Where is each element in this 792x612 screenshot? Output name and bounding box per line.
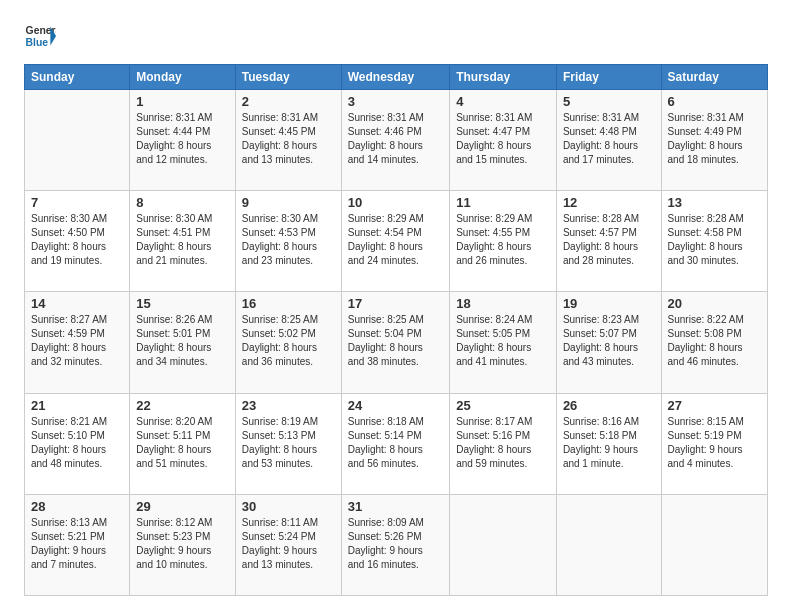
day-info: Sunrise: 8:25 AM Sunset: 5:02 PM Dayligh… <box>242 313 335 369</box>
day-info: Sunrise: 8:30 AM Sunset: 4:51 PM Dayligh… <box>136 212 229 268</box>
day-number: 18 <box>456 296 550 311</box>
day-info: Sunrise: 8:27 AM Sunset: 4:59 PM Dayligh… <box>31 313 123 369</box>
day-info: Sunrise: 8:18 AM Sunset: 5:14 PM Dayligh… <box>348 415 443 471</box>
day-number: 24 <box>348 398 443 413</box>
day-cell: 28Sunrise: 8:13 AM Sunset: 5:21 PM Dayli… <box>25 494 130 595</box>
day-cell: 13Sunrise: 8:28 AM Sunset: 4:58 PM Dayli… <box>661 191 767 292</box>
day-cell: 1Sunrise: 8:31 AM Sunset: 4:44 PM Daylig… <box>130 90 236 191</box>
day-info: Sunrise: 8:29 AM Sunset: 4:55 PM Dayligh… <box>456 212 550 268</box>
day-cell: 29Sunrise: 8:12 AM Sunset: 5:23 PM Dayli… <box>130 494 236 595</box>
week-row-5: 28Sunrise: 8:13 AM Sunset: 5:21 PM Dayli… <box>25 494 768 595</box>
day-info: Sunrise: 8:31 AM Sunset: 4:47 PM Dayligh… <box>456 111 550 167</box>
day-cell: 22Sunrise: 8:20 AM Sunset: 5:11 PM Dayli… <box>130 393 236 494</box>
day-cell: 20Sunrise: 8:22 AM Sunset: 5:08 PM Dayli… <box>661 292 767 393</box>
weekday-header-saturday: Saturday <box>661 65 767 90</box>
day-number: 25 <box>456 398 550 413</box>
weekday-header-row: SundayMondayTuesdayWednesdayThursdayFrid… <box>25 65 768 90</box>
day-number: 26 <box>563 398 655 413</box>
logo: General Blue <box>24 20 56 52</box>
day-info: Sunrise: 8:12 AM Sunset: 5:23 PM Dayligh… <box>136 516 229 572</box>
day-info: Sunrise: 8:22 AM Sunset: 5:08 PM Dayligh… <box>668 313 761 369</box>
day-info: Sunrise: 8:31 AM Sunset: 4:44 PM Dayligh… <box>136 111 229 167</box>
day-info: Sunrise: 8:30 AM Sunset: 4:53 PM Dayligh… <box>242 212 335 268</box>
week-row-1: 1Sunrise: 8:31 AM Sunset: 4:44 PM Daylig… <box>25 90 768 191</box>
day-number: 6 <box>668 94 761 109</box>
day-number: 2 <box>242 94 335 109</box>
day-cell <box>25 90 130 191</box>
day-cell: 18Sunrise: 8:24 AM Sunset: 5:05 PM Dayli… <box>450 292 557 393</box>
day-cell: 8Sunrise: 8:30 AM Sunset: 4:51 PM Daylig… <box>130 191 236 292</box>
day-number: 8 <box>136 195 229 210</box>
day-cell: 6Sunrise: 8:31 AM Sunset: 4:49 PM Daylig… <box>661 90 767 191</box>
day-cell: 9Sunrise: 8:30 AM Sunset: 4:53 PM Daylig… <box>235 191 341 292</box>
day-number: 28 <box>31 499 123 514</box>
day-cell: 14Sunrise: 8:27 AM Sunset: 4:59 PM Dayli… <box>25 292 130 393</box>
day-cell: 21Sunrise: 8:21 AM Sunset: 5:10 PM Dayli… <box>25 393 130 494</box>
day-number: 1 <box>136 94 229 109</box>
day-cell: 30Sunrise: 8:11 AM Sunset: 5:24 PM Dayli… <box>235 494 341 595</box>
day-cell: 19Sunrise: 8:23 AM Sunset: 5:07 PM Dayli… <box>556 292 661 393</box>
week-row-2: 7Sunrise: 8:30 AM Sunset: 4:50 PM Daylig… <box>25 191 768 292</box>
day-number: 17 <box>348 296 443 311</box>
day-cell: 12Sunrise: 8:28 AM Sunset: 4:57 PM Dayli… <box>556 191 661 292</box>
day-number: 16 <box>242 296 335 311</box>
week-row-3: 14Sunrise: 8:27 AM Sunset: 4:59 PM Dayli… <box>25 292 768 393</box>
weekday-header-monday: Monday <box>130 65 236 90</box>
day-info: Sunrise: 8:28 AM Sunset: 4:57 PM Dayligh… <box>563 212 655 268</box>
day-info: Sunrise: 8:25 AM Sunset: 5:04 PM Dayligh… <box>348 313 443 369</box>
day-number: 19 <box>563 296 655 311</box>
day-cell: 15Sunrise: 8:26 AM Sunset: 5:01 PM Dayli… <box>130 292 236 393</box>
weekday-header-thursday: Thursday <box>450 65 557 90</box>
day-cell: 11Sunrise: 8:29 AM Sunset: 4:55 PM Dayli… <box>450 191 557 292</box>
day-info: Sunrise: 8:31 AM Sunset: 4:49 PM Dayligh… <box>668 111 761 167</box>
day-cell: 27Sunrise: 8:15 AM Sunset: 5:19 PM Dayli… <box>661 393 767 494</box>
day-number: 23 <box>242 398 335 413</box>
day-number: 31 <box>348 499 443 514</box>
day-info: Sunrise: 8:19 AM Sunset: 5:13 PM Dayligh… <box>242 415 335 471</box>
day-number: 21 <box>31 398 123 413</box>
day-info: Sunrise: 8:31 AM Sunset: 4:46 PM Dayligh… <box>348 111 443 167</box>
day-cell <box>556 494 661 595</box>
day-info: Sunrise: 8:30 AM Sunset: 4:50 PM Dayligh… <box>31 212 123 268</box>
day-info: Sunrise: 8:28 AM Sunset: 4:58 PM Dayligh… <box>668 212 761 268</box>
day-cell: 24Sunrise: 8:18 AM Sunset: 5:14 PM Dayli… <box>341 393 449 494</box>
day-info: Sunrise: 8:16 AM Sunset: 5:18 PM Dayligh… <box>563 415 655 471</box>
day-info: Sunrise: 8:09 AM Sunset: 5:26 PM Dayligh… <box>348 516 443 572</box>
day-cell: 25Sunrise: 8:17 AM Sunset: 5:16 PM Dayli… <box>450 393 557 494</box>
day-info: Sunrise: 8:11 AM Sunset: 5:24 PM Dayligh… <box>242 516 335 572</box>
header: General Blue <box>24 20 768 52</box>
day-number: 10 <box>348 195 443 210</box>
day-number: 5 <box>563 94 655 109</box>
day-number: 12 <box>563 195 655 210</box>
day-cell: 31Sunrise: 8:09 AM Sunset: 5:26 PM Dayli… <box>341 494 449 595</box>
day-number: 14 <box>31 296 123 311</box>
day-info: Sunrise: 8:26 AM Sunset: 5:01 PM Dayligh… <box>136 313 229 369</box>
week-row-4: 21Sunrise: 8:21 AM Sunset: 5:10 PM Dayli… <box>25 393 768 494</box>
day-number: 27 <box>668 398 761 413</box>
day-info: Sunrise: 8:29 AM Sunset: 4:54 PM Dayligh… <box>348 212 443 268</box>
day-info: Sunrise: 8:21 AM Sunset: 5:10 PM Dayligh… <box>31 415 123 471</box>
day-info: Sunrise: 8:23 AM Sunset: 5:07 PM Dayligh… <box>563 313 655 369</box>
day-info: Sunrise: 8:31 AM Sunset: 4:45 PM Dayligh… <box>242 111 335 167</box>
day-info: Sunrise: 8:24 AM Sunset: 5:05 PM Dayligh… <box>456 313 550 369</box>
day-cell: 3Sunrise: 8:31 AM Sunset: 4:46 PM Daylig… <box>341 90 449 191</box>
weekday-header-friday: Friday <box>556 65 661 90</box>
page: General Blue SundayMondayTuesdayWednesda… <box>0 0 792 612</box>
day-cell: 26Sunrise: 8:16 AM Sunset: 5:18 PM Dayli… <box>556 393 661 494</box>
day-cell: 4Sunrise: 8:31 AM Sunset: 4:47 PM Daylig… <box>450 90 557 191</box>
day-info: Sunrise: 8:15 AM Sunset: 5:19 PM Dayligh… <box>668 415 761 471</box>
day-cell: 16Sunrise: 8:25 AM Sunset: 5:02 PM Dayli… <box>235 292 341 393</box>
day-cell: 23Sunrise: 8:19 AM Sunset: 5:13 PM Dayli… <box>235 393 341 494</box>
day-number: 15 <box>136 296 229 311</box>
day-info: Sunrise: 8:17 AM Sunset: 5:16 PM Dayligh… <box>456 415 550 471</box>
day-number: 11 <box>456 195 550 210</box>
day-cell: 2Sunrise: 8:31 AM Sunset: 4:45 PM Daylig… <box>235 90 341 191</box>
day-number: 7 <box>31 195 123 210</box>
calendar-table: SundayMondayTuesdayWednesdayThursdayFrid… <box>24 64 768 596</box>
day-number: 20 <box>668 296 761 311</box>
day-number: 29 <box>136 499 229 514</box>
svg-text:Blue: Blue <box>26 37 49 48</box>
logo-icon: General Blue <box>24 20 56 52</box>
weekday-header-wednesday: Wednesday <box>341 65 449 90</box>
day-cell: 7Sunrise: 8:30 AM Sunset: 4:50 PM Daylig… <box>25 191 130 292</box>
